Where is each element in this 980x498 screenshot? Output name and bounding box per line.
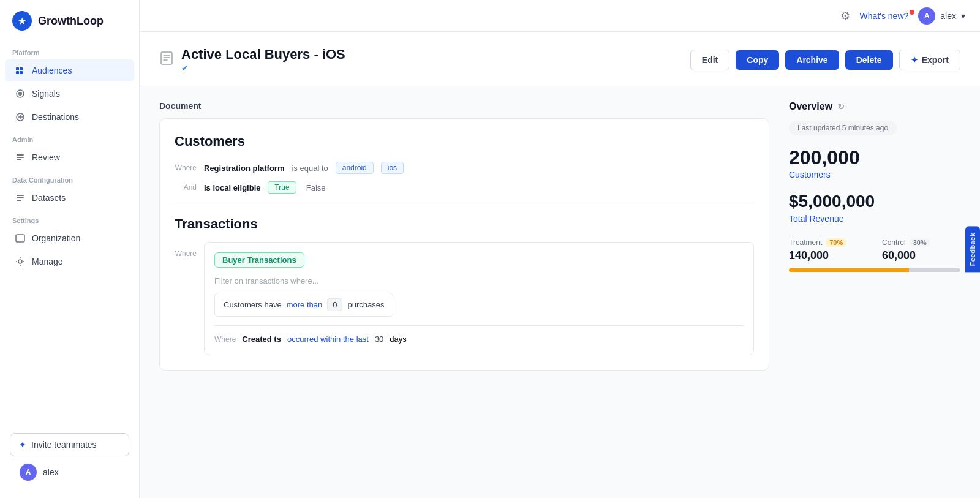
review-label: Review [32,153,60,162]
purchase-value[interactable]: 0 [327,298,342,311]
title-area: Active Local Buyers - iOS ✔ [159,47,345,74]
purchase-filter: Customers have more than 0 purchases [214,293,393,317]
logo-area: ★ GrowthLoop [0,0,139,42]
sidebar-item-organization[interactable]: Organization [5,227,134,249]
filter-val-ios[interactable]: ios [381,162,404,174]
where-transactions-row: Where Buyer Transactions Filter on trans… [175,242,754,355]
occurred-op[interactable]: occurred within the last [287,334,369,344]
svg-rect-11 [17,197,24,198]
control-label: Control [882,238,906,247]
filter-field-1: Registration platform [204,164,284,173]
title-block: Active Local Buyers - iOS ✔ [181,47,345,74]
svg-rect-1 [20,67,23,70]
treatment-pct: 70% [826,238,846,247]
header-actions: Edit Copy Archive Delete ✦ Export [690,50,960,70]
days-value[interactable]: 30 [375,334,383,344]
body-layout: Document Customers Where Registration pl… [140,86,980,385]
svg-rect-13 [16,235,24,242]
user-menu[interactable]: A alex [10,456,129,488]
username: alex [43,467,59,477]
days-unit: days [390,334,406,344]
entity-title: Customers [175,134,754,149]
filter-on-text: Filter on transactions where... [214,276,744,285]
sidebar-item-review[interactable]: Review [5,146,134,168]
svg-rect-15 [161,52,172,64]
sidebar-item-audiences[interactable]: Audiences [5,59,134,81]
svg-rect-12 [17,200,21,201]
sidebar-item-signals[interactable]: Signals [5,83,134,105]
filter-bool-false[interactable]: False [306,183,326,192]
buyer-tag[interactable]: Buyer Transactions [214,252,304,268]
treatment-header: Treatment 70% [789,238,867,247]
filter-op-1: is equal to [292,164,328,173]
svg-point-4 [18,92,22,96]
customer-count: 200,000 [789,148,960,167]
destinations-icon [15,111,26,123]
purchase-prefix: Customers have [224,300,282,309]
whats-new-link[interactable]: What's new? [860,11,909,21]
control-col: Control 30% 60,000 [882,238,960,262]
document-section-title: Document [159,101,769,111]
invite-label: Invite teammates [31,440,97,450]
purchase-operator[interactable]: more than [287,300,323,309]
datasets-icon [15,192,26,203]
topbar: ⚙ What's new? A alex ▾ [140,0,980,32]
verified-icon: ✔ [181,63,189,73]
document-section: Document Customers Where Registration pl… [159,101,769,371]
sidebar-item-destinations[interactable]: Destinations [5,106,134,128]
topbar-username: alex [940,11,956,21]
split-progress-bar [789,268,960,272]
copy-button[interactable]: Copy [736,50,779,70]
overview-panel: Overview ↻ Last updated 5 minutes ago 20… [789,101,960,371]
page-title: Active Local Buyers - iOS [181,47,345,62]
audiences-icon [15,65,26,76]
app-name: GrowthLoop [38,15,104,28]
where-label-created: Where [214,335,236,344]
treatment-bar [789,268,909,272]
control-pct: 30% [910,238,930,247]
manage-label: Manage [32,257,63,266]
filter-row-2: And Is local eligible True False [175,181,754,194]
sidebar-item-datasets[interactable]: Datasets [5,187,134,209]
page-content: Active Local Buyers - iOS ✔ Edit Copy Ar… [140,32,980,498]
feedback-tab[interactable]: Feedback [965,226,980,272]
main-content: ⚙ What's new? A alex ▾ Active Local Buye… [140,0,980,498]
section-divider [175,205,754,205]
filter-row-1: Where Registration platform is equal to … [175,162,754,174]
logo-icon: ★ [12,11,32,31]
user-dropdown[interactable]: A alex ▾ [918,7,965,25]
split-row: Treatment 70% 140,000 Control 30% 60,000 [789,238,960,262]
notification-dot [910,10,914,15]
filter-field-2: Is local eligible [204,183,260,192]
export-button[interactable]: ✦ Export [899,50,960,70]
overview-header: Overview ↻ [789,101,960,112]
svg-rect-10 [17,195,24,196]
treatment-value: 140,000 [789,249,867,262]
export-star-icon: ✦ [911,55,918,65]
sidebar-item-manage[interactable]: Manage [5,251,134,273]
chevron-down-icon: ▾ [961,11,965,21]
invite-teammates-button[interactable]: ✦ Invite teammates [10,433,129,456]
datasets-label: Datasets [32,193,66,203]
where-created-row: Where Created ts occurred within the las… [214,325,744,345]
topbar-avatar: A [918,7,935,25]
platform-section-label: Platform [0,42,139,59]
filter-bool-true[interactable]: True [268,181,296,194]
created-field: Created ts [242,334,281,344]
svg-rect-9 [17,159,21,160]
signals-label: Signals [32,89,60,99]
refresh-icon[interactable]: ↻ [837,102,845,111]
edit-button[interactable]: Edit [690,50,729,70]
settings-icon[interactable]: ⚙ [840,9,850,23]
archive-button[interactable]: Archive [785,50,839,70]
document-card: Customers Where Registration platform is… [159,118,769,371]
where-label-1: Where [175,164,197,172]
svg-rect-3 [20,71,23,74]
svg-point-14 [18,260,22,263]
treatment-col: Treatment 70% 140,000 [789,238,867,262]
delete-button[interactable]: Delete [845,50,893,70]
manage-icon [15,256,26,267]
filter-val-android[interactable]: android [336,162,374,174]
purchase-suffix: purchases [347,300,384,309]
treatment-label: Treatment [789,238,822,247]
